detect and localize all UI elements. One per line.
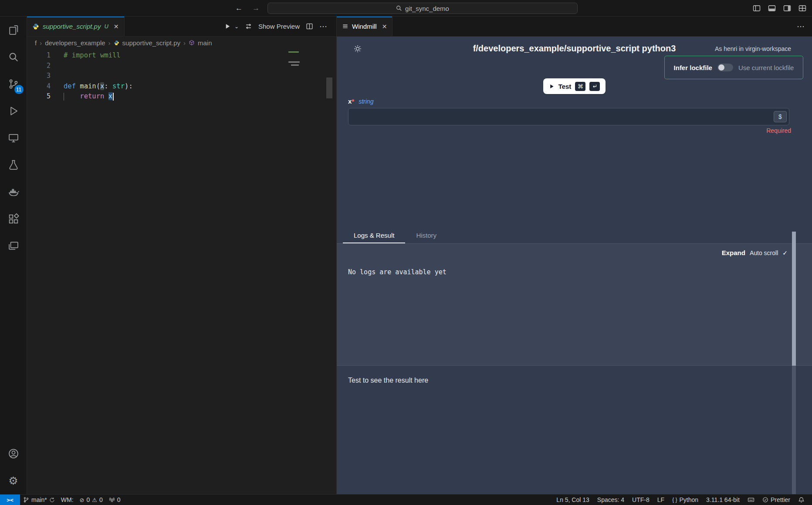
arg-x-input[interactable] <box>348 108 789 125</box>
panel-scrollbar[interactable] <box>792 232 796 494</box>
back-icon[interactable]: ← <box>235 4 243 13</box>
tab-logs-result[interactable]: Logs & Result <box>343 228 405 243</box>
python-interpreter-status[interactable]: 3.11.1 64-bit <box>702 495 744 505</box>
more-actions-icon[interactable]: ⋯ <box>797 22 805 31</box>
keyboard-icon <box>748 496 754 503</box>
tab-history[interactable]: History <box>405 228 447 243</box>
editor-group-code: supportive_script.py U ✕ ⌄ Show Preview … <box>27 17 337 494</box>
sync-icon <box>49 497 55 503</box>
chevron-right-icon: › <box>108 39 111 47</box>
logs-empty-message: No logs are available yet <box>348 268 447 276</box>
remote-window-icon[interactable] <box>0 232 27 259</box>
test-button[interactable]: Test ⌘ <box>543 78 606 94</box>
auto-scroll-toggle[interactable]: Auto scroll <box>750 249 778 256</box>
notifications-bell[interactable] <box>794 495 809 505</box>
git-branch-icon <box>23 497 29 503</box>
cmd-key-icon: ⌘ <box>575 82 585 91</box>
tab-windmill[interactable]: Windmill ✕ <box>337 17 392 36</box>
scm-badge: 11 <box>14 85 24 94</box>
run-python-file-icon[interactable] <box>224 23 231 30</box>
tab-label: Windmill <box>352 23 377 30</box>
run-dropdown-icon[interactable]: ⌄ <box>234 24 239 30</box>
arg-field-label: x*string <box>348 98 373 105</box>
split-editor-icon[interactable] <box>306 23 313 30</box>
breadcrumb-file[interactable]: supportive_script.py <box>122 39 180 47</box>
status-bar: >< main* WM: ⊘ 0 ⚠ 0 0 Ln 5, Col 13 <box>0 494 812 505</box>
remote-indicator[interactable]: >< <box>0 495 20 505</box>
editor-tab-bar: supportive_script.py U ✕ ⌄ Show Preview … <box>27 17 336 37</box>
windmill-panel: f/developers_example/supportive_script p… <box>337 37 812 494</box>
ports-status[interactable]: 0 <box>106 495 124 505</box>
tab-close-icon[interactable]: ✕ <box>382 23 387 30</box>
docker-icon[interactable] <box>0 178 27 205</box>
result-placeholder: Test to see the result here <box>348 377 428 384</box>
required-message: Required <box>766 127 791 134</box>
editor-scrollbar[interactable] <box>326 77 332 98</box>
breadcrumb-symbol[interactable]: main <box>198 39 212 47</box>
warning-icon: ⚠ <box>92 497 97 503</box>
source-control-icon[interactable]: 11 <box>0 71 27 98</box>
language-mode-status[interactable]: { } Python <box>668 495 702 505</box>
tab-close-icon[interactable]: ✕ <box>114 23 119 30</box>
encoding-status[interactable]: UTF-8 <box>628 495 653 505</box>
breadcrumb-root[interactable]: f <box>35 39 37 47</box>
enter-key-icon <box>589 82 600 91</box>
remote-explorer-icon[interactable] <box>0 125 27 152</box>
windmill-status[interactable]: WM: <box>58 495 77 505</box>
breadcrumb-folder[interactable]: developers_example <box>45 39 105 47</box>
use-current-lockfile-label: Use current lockfile <box>738 64 794 71</box>
run-debug-icon[interactable] <box>0 98 27 125</box>
vscode-window: ← → git_sync_demo <box>0 0 812 505</box>
forward-icon[interactable]: → <box>252 4 260 13</box>
bell-icon <box>798 497 805 503</box>
explorer-icon[interactable] <box>0 17 27 44</box>
variable-picker-button[interactable]: $ <box>774 111 787 122</box>
toggle-panel-icon[interactable] <box>768 4 776 13</box>
cursor-position-status[interactable]: Ln 5, Col 13 <box>552 495 593 505</box>
result-tabs: Logs & Result History <box>337 228 812 244</box>
breadcrumb: f › developers_example › supportive_scri… <box>27 37 336 49</box>
keyboard-status[interactable] <box>744 495 758 505</box>
python-file-icon <box>32 23 39 30</box>
check-icon: ✓ <box>782 249 788 256</box>
radio-tower-icon <box>109 497 115 503</box>
eol-status[interactable]: LF <box>653 495 668 505</box>
editor-toolbar: ⌄ Show Preview ⋯ <box>224 17 336 36</box>
problems-status[interactable]: ⊘ 0 ⚠ 0 <box>77 495 106 505</box>
result-pane: Test to see the result here <box>337 366 812 494</box>
windmill-tab-bar: Windmill ✕ ⋯ <box>337 17 812 37</box>
more-actions-icon[interactable]: ⋯ <box>319 22 328 31</box>
editor-group-windmill: Windmill ✕ ⋯ f/developers_example/suppor… <box>337 17 812 494</box>
customize-layout-icon[interactable] <box>798 4 807 13</box>
toggle-secondary-sidebar-icon[interactable] <box>783 4 792 13</box>
expand-button[interactable]: Expand <box>722 249 745 256</box>
script-language: python3 <box>642 44 676 53</box>
toggle-primary-sidebar-icon[interactable] <box>752 4 761 13</box>
braces-icon: { } <box>672 497 677 503</box>
error-icon: ⊘ <box>80 497 85 503</box>
open-changes-icon[interactable] <box>245 23 252 30</box>
indentation-status[interactable]: Spaces: 4 <box>593 495 628 505</box>
minimap[interactable] <box>288 51 300 68</box>
accounts-icon[interactable] <box>0 440 27 467</box>
tab-supportive-script[interactable]: supportive_script.py U ✕ <box>27 17 125 36</box>
play-icon <box>549 84 555 89</box>
testing-icon[interactable] <box>0 152 27 178</box>
prettier-status[interactable]: Prettier <box>758 495 794 505</box>
titlebar: ← → git_sync_demo <box>0 0 812 17</box>
show-preview-button[interactable]: Show Preview <box>258 23 300 30</box>
infer-lockfile-toggle[interactable] <box>717 64 733 71</box>
chevron-right-icon: › <box>183 39 186 47</box>
search-icon <box>396 5 402 11</box>
chevron-right-icon: › <box>40 39 42 47</box>
prettier-check-icon <box>762 497 768 503</box>
settings-gear-icon[interactable]: ⚙ <box>0 467 27 494</box>
extensions-icon[interactable] <box>0 205 27 232</box>
search-view-icon[interactable] <box>0 44 27 71</box>
command-center-search[interactable]: git_sync_demo <box>267 3 578 14</box>
git-branch-status[interactable]: main* <box>20 495 58 505</box>
code-lines: # import wmilldef main(x: str): return x <box>64 49 336 505</box>
code-editor[interactable]: 12345 # import wmilldef main(x: str): re… <box>27 49 336 505</box>
tab-git-status: U <box>104 23 108 30</box>
gutter: 12345 <box>27 49 64 505</box>
